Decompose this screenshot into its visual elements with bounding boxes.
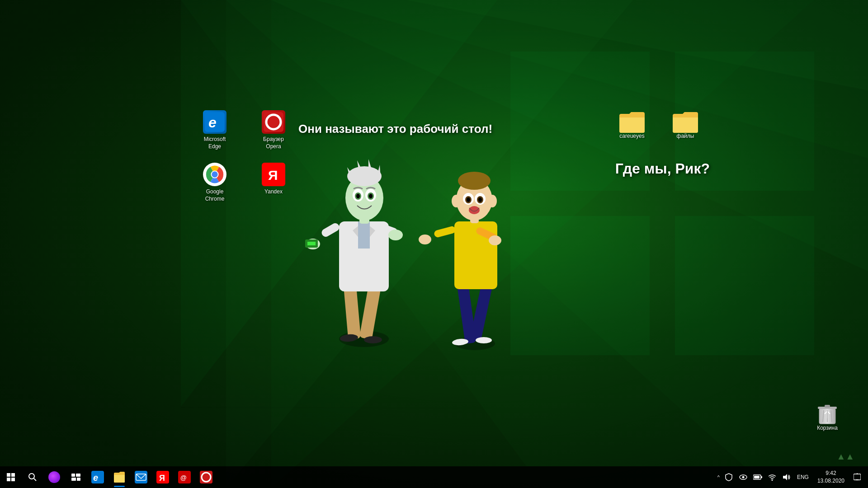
microsoft-edge-icon[interactable]: e MicrosoftEdge	[194, 108, 235, 152]
edge-label: MicrosoftEdge	[204, 136, 226, 150]
svg-rect-3	[675, 216, 814, 355]
files-folder[interactable]: файлы	[670, 108, 701, 142]
cortana-button[interactable]	[43, 466, 65, 488]
svg-point-76	[29, 474, 34, 479]
svg-rect-84	[135, 471, 147, 483]
tray-wifi[interactable]	[765, 466, 779, 488]
taskbar: e	[0, 466, 868, 488]
taskbar-mail[interactable]	[130, 466, 152, 488]
svg-text:e: e	[93, 473, 98, 483]
windows-logo	[7, 473, 15, 481]
svg-text:e: e	[208, 114, 217, 131]
svg-text:@: @	[180, 474, 187, 481]
svg-rect-78	[71, 474, 75, 477]
svg-rect-79	[76, 474, 80, 477]
search-button[interactable]	[22, 466, 43, 488]
svg-rect-80	[71, 478, 76, 481]
svg-rect-96	[761, 476, 762, 478]
svg-point-66	[212, 171, 217, 177]
folder-icons: careueyes файлы	[617, 108, 701, 142]
taskbar-edge-icon: e	[91, 471, 104, 483]
battery-icon	[753, 474, 762, 480]
careueyes-folder[interactable]: careueyes	[617, 108, 647, 142]
edge-logo: e	[205, 112, 225, 132]
cortana-circle	[48, 471, 60, 483]
notification-icon	[854, 473, 861, 481]
taskbar-file-explorer-icon	[113, 471, 126, 483]
svg-line-77	[34, 479, 36, 481]
files-folder-img	[672, 110, 699, 133]
taskbar-yandex-mail[interactable]: @	[174, 466, 195, 488]
taskbar-edge[interactable]: e	[87, 466, 108, 488]
recycle-bin-label: Корзина	[817, 425, 838, 432]
opera-label: БраузерOpera	[263, 136, 284, 150]
taskbar-opera-icon	[200, 471, 212, 483]
yandex-logo: Я	[264, 164, 283, 184]
start-button[interactable]	[0, 466, 22, 488]
taskbar-opera[interactable]	[195, 466, 217, 488]
svg-rect-97	[754, 476, 760, 479]
tray-shield[interactable]	[722, 466, 736, 488]
svg-rect-100	[854, 474, 861, 480]
svg-rect-81	[77, 478, 80, 481]
wallpaper-text-2: Где мы, Рик?	[615, 160, 710, 177]
svg-point-98	[771, 479, 773, 481]
opera-icon[interactable]: БраузерOpera	[253, 108, 294, 152]
files-label: файлы	[677, 133, 694, 140]
tray-battery[interactable]	[750, 466, 765, 488]
taskbar-yandex-mail-icon: @	[178, 471, 191, 483]
clock-time: 9:42	[826, 469, 836, 477]
careueyes-folder-img	[618, 110, 646, 133]
watermark: ▲▲	[836, 451, 854, 462]
opera-logo	[264, 112, 283, 132]
windows-logo-bg	[493, 45, 832, 361]
taskbar-yandex-icon: Я	[156, 471, 169, 483]
recycle-bin-icon	[816, 401, 839, 425]
yandex-icon[interactable]: Я Yandex	[253, 161, 294, 204]
chrome-label: GoogleChrome	[205, 188, 225, 202]
tray-volume[interactable]	[779, 466, 794, 488]
wifi-icon	[768, 474, 776, 481]
search-icon	[28, 473, 37, 482]
taskbar-right: ^	[716, 466, 868, 488]
taskbar-yandex[interactable]: Я	[152, 466, 174, 488]
svg-rect-72	[825, 405, 830, 408]
tray-chevron[interactable]: ^	[716, 474, 722, 480]
desktop: Они называют это рабочий стол! Где мы, Р…	[0, 0, 868, 488]
volume-icon	[783, 474, 791, 481]
clock-date: 13.08.2020	[817, 477, 844, 485]
svg-point-63	[269, 116, 278, 128]
careueyes-label: careueyes	[619, 133, 644, 140]
tray-eye[interactable]	[736, 466, 750, 488]
svg-point-92	[204, 474, 208, 481]
tray-language[interactable]: ENG	[794, 466, 812, 488]
recycle-bin[interactable]: Корзина	[814, 399, 841, 434]
eye-icon	[739, 474, 747, 480]
chrome-logo	[205, 164, 225, 184]
task-view-icon	[71, 474, 80, 481]
task-view-button[interactable]	[65, 466, 87, 488]
notification-button[interactable]	[850, 466, 864, 488]
svg-text:Я: Я	[159, 474, 165, 483]
svg-text:Я: Я	[268, 168, 278, 183]
svg-marker-99	[783, 474, 787, 480]
wallpaper-text-1: Они называют это рабочий стол!	[298, 122, 492, 136]
clock[interactable]: 9:42 13.08.2020	[812, 466, 850, 488]
desktop-icons: e MicrosoftEdge БраузерOpera	[194, 108, 294, 204]
taskbar-left: e	[0, 466, 217, 488]
svg-rect-2	[510, 216, 650, 355]
svg-point-94	[742, 476, 744, 479]
yandex-label: Yandex	[264, 188, 283, 196]
taskbar-file-explorer[interactable]	[108, 466, 130, 488]
google-chrome-icon[interactable]: GoogleChrome	[194, 161, 235, 204]
taskbar-pinned: e	[87, 466, 217, 488]
taskbar-mail-icon	[135, 471, 147, 483]
shield-icon	[725, 473, 732, 481]
